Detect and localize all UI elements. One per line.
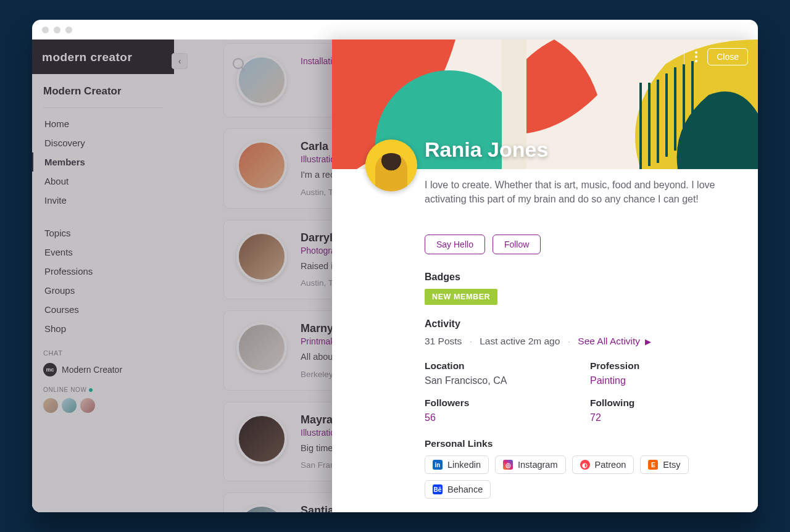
followers-label: Followers bbox=[425, 397, 575, 409]
more-menu-icon[interactable] bbox=[684, 49, 699, 65]
location-value: San Francisco, CA bbox=[425, 375, 575, 386]
activity-heading: Activity bbox=[425, 318, 741, 330]
followers-value[interactable]: 56 bbox=[425, 412, 575, 423]
profile-sheet: Close Rania Jones I love to create. Whet… bbox=[332, 39, 758, 512]
traffic-light-close[interactable] bbox=[42, 27, 49, 33]
say-hello-button[interactable]: Say Hello bbox=[425, 235, 485, 254]
following-value[interactable]: 72 bbox=[590, 412, 741, 423]
badge-new-member: NEW MEMBER bbox=[425, 289, 497, 305]
personal-link-etsy[interactable]: EEtsy bbox=[640, 455, 688, 474]
badges-heading: Badges bbox=[425, 272, 741, 283]
profile-avatar[interactable] bbox=[365, 139, 417, 191]
posts-count: 31 Posts bbox=[425, 336, 462, 346]
profile-bio: I love to create. Whether that is art, m… bbox=[425, 169, 741, 206]
personal-link-behance[interactable]: BēBehance bbox=[425, 480, 491, 499]
traffic-light-min[interactable] bbox=[54, 27, 60, 33]
window-titlebar bbox=[32, 20, 758, 39]
close-button[interactable]: Close bbox=[707, 48, 748, 65]
instagram-icon: ◎ bbox=[503, 460, 513, 470]
profession-label: Profession bbox=[590, 360, 741, 372]
see-all-activity-link[interactable]: See All Activity bbox=[578, 336, 640, 346]
personal-link-linkedin[interactable]: inLinkedin bbox=[425, 455, 489, 474]
profile-name: Rania Jones bbox=[425, 138, 548, 162]
personal-link-patreon[interactable]: ◐Patreon bbox=[572, 455, 634, 474]
traffic-light-max[interactable] bbox=[65, 27, 72, 33]
chevron-right-icon: ▶ bbox=[645, 337, 651, 346]
last-active: Last active 2m ago bbox=[480, 336, 560, 346]
following-label: Following bbox=[590, 397, 741, 409]
location-label: Location bbox=[425, 360, 575, 372]
etsy-icon: E bbox=[648, 460, 658, 470]
patreon-icon: ◐ bbox=[580, 460, 590, 470]
profession-value[interactable]: Painting bbox=[590, 375, 741, 386]
linkedin-icon: in bbox=[433, 460, 443, 470]
follow-button[interactable]: Follow bbox=[493, 235, 541, 254]
behance-icon: Bē bbox=[433, 484, 443, 494]
personal-link-instagram[interactable]: ◎Instagram bbox=[495, 455, 565, 474]
activity-line: 31 Posts · Last active 2m ago · See All … bbox=[425, 336, 741, 347]
personal-links-heading: Personal Links bbox=[425, 438, 741, 449]
